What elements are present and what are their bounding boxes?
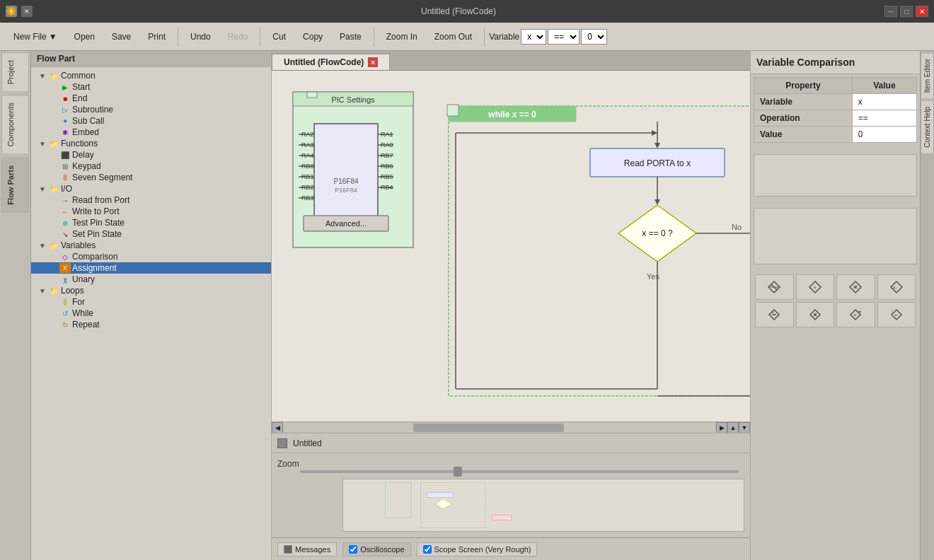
start-icon: ▶ [59,82,71,92]
maximize-btn[interactable]: □ [900,6,913,17]
tree-item-test-pin-state[interactable]: ⊕ Test Pin State [31,217,271,228]
variable-label: Variable [489,32,519,42]
operator-select[interactable]: == != < > [548,29,580,45]
sidebar-tab-flow-parts[interactable]: Flow Parts [1,158,29,213]
tree-item-start[interactable]: ▶ Start [31,81,271,93]
icon-btn-8[interactable]: ↑ × [877,302,916,327]
pin-icon[interactable]: ✕ [21,6,33,17]
flow-parts-header: Flow Part [31,51,271,67]
set-pin-state-icon: ↘ [59,229,71,239]
item-editor-tab[interactable]: Item Editor [921,52,934,99]
scroll-up-btn[interactable]: ▲ [727,422,739,433]
sidebar-tab-project[interactable]: Project [1,52,29,92]
icon-btn-6[interactable] [796,302,835,327]
minimize-btn[interactable]: ─ [884,6,897,17]
tree-item-embed[interactable]: ✱ Embed [31,127,271,138]
zoom-slider-track[interactable] [300,470,739,473]
close-btn[interactable]: ✕ [916,6,928,17]
canvas-tab-close-btn[interactable]: ✕ [368,57,378,67]
tree-item-repeat[interactable]: ↻ Repeat [31,319,271,330]
redo-button[interactable]: Redo [220,28,256,45]
icon-btn-3[interactable] [836,274,875,300]
tree-item-subroutine[interactable]: ▷ Subroutine [31,104,271,115]
save-button[interactable]: Save [104,28,139,45]
tree-category-loops[interactable]: ▼ 📁 Loops [31,285,271,296]
item-end-label: End [72,93,87,103]
svg-rect-6 [314,124,378,230]
icon-btn-4[interactable]: ×· [877,274,916,300]
canvas-scrollbar-h[interactable]: ◀ ▶ ▲ ▼ [272,421,750,433]
svg-text:RA3: RA3 [301,141,314,148]
canvas-tab-untitled[interactable]: Untitled (FlowCode) ✕ [272,54,390,70]
tab-messages[interactable]: Messages [277,542,337,556]
tree-category-io[interactable]: ▼ 📁 I/O [31,183,271,194]
folder-icon-functions: 📁 [48,139,59,148]
tree-item-assignment[interactable]: X Assignment [31,262,271,274]
icon-buttons-grid: × ×· [751,270,920,332]
tree-item-read-from-port[interactable]: → Read from Port [31,194,271,206]
print-button[interactable]: Print [140,28,173,45]
tree-item-seven-segment[interactable]: 8 Seven Segment [31,172,271,183]
zoom-slider-thumb[interactable] [454,467,462,477]
tree-item-comparison[interactable]: ◇ Comparison [31,251,271,262]
icon-btn-5[interactable]: × [755,302,794,327]
folder-icon-loops: 📁 [48,286,59,296]
tab-scope-screen[interactable]: Scope Screen (Very Rough) [417,542,538,556]
icon-btn-1[interactable] [755,274,794,300]
col-value: Value [852,78,916,94]
cut-button[interactable]: Cut [265,28,294,45]
icon-btn-7[interactable]: × [836,302,875,327]
oscilloscope-checkbox[interactable] [349,545,357,554]
tree-item-write-to-port[interactable]: ← Write to Port [31,206,271,217]
canvas-footer-label: Untitled [293,438,322,448]
tree-item-end[interactable]: ■ End [31,93,271,104]
write-to-port-icon: ← [59,206,71,216]
svg-rect-65 [385,483,411,518]
scope-checkbox[interactable] [423,545,432,554]
while-icon: ↺ [59,308,71,318]
tree-item-delay[interactable]: ⬛ Delay [31,149,271,161]
expander-functions: ▼ [37,140,48,148]
col-property: Property [754,78,853,94]
toolbar-sep-3 [374,27,374,47]
for-icon: $ [59,297,71,307]
svg-text:↑: ↑ [891,308,894,313]
tree-category-common[interactable]: ▼ 📁 Common [31,70,271,81]
tree-item-keypad[interactable]: ⊞ Keypad [31,161,271,172]
scroll-right-btn[interactable]: ▶ [716,422,727,433]
item-test-pin-state-label: Test Pin State [72,218,125,228]
item-unary-label: Unary [72,274,95,284]
canvas-tabs: Untitled (FlowCode) ✕ [272,51,750,71]
paste-button[interactable]: Paste [332,28,369,45]
zoom-in-button[interactable]: Zoom In [379,28,425,45]
flow-parts-panel: Flow Part ▼ 📁 Common ▶ Start ■ End ▷ S [31,51,272,560]
tree-item-while[interactable]: ↺ While [31,308,271,319]
compare-value-select[interactable]: 0 [581,29,607,45]
canvas-workspace[interactable]: PIC Settings P16F84 P16F84 RA2 RA3 RA4 R… [272,71,750,421]
toolbar-sep-2 [260,27,260,47]
icon-btn-2[interactable]: × [796,274,835,300]
scroll-down-btn[interactable]: ▼ [739,422,750,433]
tab-oscilloscope[interactable]: Oscilloscope [342,542,410,556]
new-file-button[interactable]: New File ▼ [6,28,65,45]
undo-button[interactable]: Undo [183,28,219,45]
svg-text:×: × [853,312,857,318]
scroll-left-btn[interactable]: ◀ [272,422,283,433]
open-button[interactable]: Open [67,28,103,45]
svg-text:Yes: Yes [647,272,659,281]
tree-category-functions[interactable]: ▼ 📁 Functions [31,138,271,149]
variable-select[interactable]: x [521,29,546,45]
zoom-out-button[interactable]: Zoom Out [427,28,480,45]
svg-text:×: × [771,310,774,315]
tree-item-for[interactable]: $ For [31,296,271,308]
context-help-tab[interactable]: Context Help [921,100,934,154]
item-comparison-label: Comparison [72,252,118,262]
tree-item-set-pin-state[interactable]: ↘ Set Pin State [31,228,271,240]
sidebar-tab-components[interactable]: Components [1,95,29,154]
tree-item-sub-call[interactable]: ✦ Sub Call [31,115,271,127]
main-area: Project Components Flow Parts Flow Part … [0,51,934,560]
copy-button[interactable]: Copy [295,28,330,45]
prop-operation-name: Operation [754,110,853,127]
tree-category-variables[interactable]: ▼ 📁 Variables [31,240,271,251]
tree-item-unary[interactable]: χ Unary [31,274,271,285]
